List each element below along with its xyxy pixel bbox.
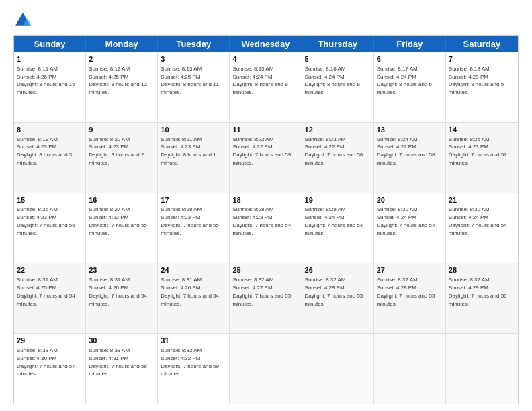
calendar-cell: 29Sunrise: 8:33 AMSunset: 4:30 PMDayligh… (14, 334, 86, 404)
calendar-cell: 7Sunrise: 8:18 AMSunset: 4:23 PMDaylight… (446, 52, 518, 122)
day-info: Sunrise: 8:32 AMSunset: 4:28 PMDaylight:… (305, 277, 363, 306)
header (13, 11, 519, 30)
day-number: 6 (377, 54, 443, 64)
logo-inner (13, 11, 35, 30)
header-day-monday: Monday (86, 36, 158, 52)
day-info: Sunrise: 8:29 AMSunset: 4:24 PMDaylight:… (305, 206, 363, 236)
calendar-cell: 5Sunrise: 8:16 AMSunset: 4:24 PMDaylight… (302, 52, 374, 122)
day-info: Sunrise: 8:28 AMSunset: 4:23 PMDaylight:… (161, 206, 219, 236)
calendar-cell: 2Sunrise: 8:12 AMSunset: 4:25 PMDaylight… (86, 52, 158, 122)
day-number: 18 (232, 195, 298, 205)
day-info: Sunrise: 8:21 AMSunset: 4:23 PMDaylight:… (161, 136, 216, 166)
calendar-cell: 8Sunrise: 8:19 AMSunset: 4:23 PMDaylight… (14, 123, 86, 193)
day-number: 21 (449, 195, 515, 205)
logo-icon (13, 11, 32, 30)
day-number: 17 (161, 195, 226, 205)
day-number: 30 (89, 336, 154, 346)
calendar-cell: 22Sunrise: 8:31 AMSunset: 4:25 PMDayligh… (14, 263, 86, 333)
calendar-cell: 3Sunrise: 8:13 AMSunset: 4:25 PMDaylight… (158, 52, 230, 122)
calendar-header: SundayMondayTuesdayWednesdayThursdayFrid… (14, 36, 518, 52)
day-number: 8 (17, 125, 83, 135)
day-info: Sunrise: 8:18 AMSunset: 4:23 PMDaylight:… (449, 66, 504, 95)
calendar-cell: 20Sunrise: 8:30 AMSunset: 4:24 PMDayligh… (374, 193, 446, 263)
day-info: Sunrise: 8:33 AMSunset: 4:30 PMDaylight:… (17, 347, 75, 377)
day-info: Sunrise: 8:15 AMSunset: 4:24 PMDaylight:… (232, 66, 287, 95)
day-number: 25 (232, 265, 298, 275)
day-info: Sunrise: 8:17 AMSunset: 4:24 PMDaylight:… (377, 66, 432, 95)
day-number: 4 (232, 54, 298, 64)
day-number: 26 (305, 265, 371, 275)
day-number: 27 (377, 265, 443, 275)
calendar-cell: 30Sunrise: 8:33 AMSunset: 4:31 PMDayligh… (86, 334, 158, 404)
day-number: 14 (449, 125, 515, 135)
calendar-cell: 25Sunrise: 8:32 AMSunset: 4:27 PMDayligh… (230, 263, 302, 333)
header-day-wednesday: Wednesday (230, 36, 302, 52)
day-info: Sunrise: 8:26 AMSunset: 4:23 PMDaylight:… (17, 206, 75, 236)
calendar-row-1: 1Sunrise: 8:11 AMSunset: 4:26 PMDaylight… (14, 52, 518, 123)
day-number: 20 (377, 195, 443, 205)
calendar-cell: 23Sunrise: 8:31 AMSunset: 4:26 PMDayligh… (86, 263, 158, 333)
calendar-cell (446, 334, 518, 404)
calendar-cell: 27Sunrise: 8:32 AMSunset: 4:28 PMDayligh… (374, 263, 446, 333)
calendar-cell: 9Sunrise: 8:20 AMSunset: 4:23 PMDaylight… (86, 123, 158, 193)
day-number: 11 (232, 125, 298, 135)
header-day-sunday: Sunday (14, 36, 86, 52)
calendar: SundayMondayTuesdayWednesdayThursdayFrid… (13, 35, 519, 404)
page: SundayMondayTuesdayWednesdayThursdayFrid… (0, 0, 532, 411)
day-info: Sunrise: 8:27 AMSunset: 4:23 PMDaylight:… (89, 206, 147, 236)
calendar-cell: 16Sunrise: 8:27 AMSunset: 4:23 PMDayligh… (86, 193, 158, 263)
logo (13, 11, 35, 30)
calendar-row-4: 22Sunrise: 8:31 AMSunset: 4:25 PMDayligh… (14, 263, 518, 334)
day-number: 1 (17, 54, 83, 64)
day-number: 24 (161, 265, 226, 275)
calendar-cell: 6Sunrise: 8:17 AMSunset: 4:24 PMDaylight… (374, 52, 446, 122)
calendar-row-2: 8Sunrise: 8:19 AMSunset: 4:23 PMDaylight… (14, 123, 518, 193)
day-number: 2 (89, 54, 154, 64)
calendar-cell: 1Sunrise: 8:11 AMSunset: 4:26 PMDaylight… (14, 52, 86, 122)
calendar-cell: 12Sunrise: 8:23 AMSunset: 4:22 PMDayligh… (302, 123, 374, 193)
header-day-friday: Friday (374, 36, 446, 52)
day-info: Sunrise: 8:31 AMSunset: 4:26 PMDaylight:… (161, 277, 219, 306)
day-number: 28 (449, 265, 515, 275)
calendar-cell: 31Sunrise: 8:33 AMSunset: 4:32 PMDayligh… (158, 334, 230, 404)
day-number: 7 (449, 54, 515, 64)
calendar-cell: 21Sunrise: 8:30 AMSunset: 4:24 PMDayligh… (446, 193, 518, 263)
calendar-cell: 18Sunrise: 8:28 AMSunset: 4:23 PMDayligh… (230, 193, 302, 263)
day-info: Sunrise: 8:33 AMSunset: 4:31 PMDaylight:… (89, 347, 147, 377)
day-info: Sunrise: 8:32 AMSunset: 4:28 PMDaylight:… (377, 277, 435, 306)
calendar-cell (230, 334, 302, 404)
day-number: 10 (161, 125, 226, 135)
day-number: 3 (161, 54, 226, 64)
day-number: 31 (161, 336, 226, 346)
header-day-tuesday: Tuesday (158, 36, 230, 52)
day-number: 23 (89, 265, 154, 275)
day-number: 12 (305, 125, 371, 135)
calendar-cell: 17Sunrise: 8:28 AMSunset: 4:23 PMDayligh… (158, 193, 230, 263)
day-number: 16 (89, 195, 154, 205)
calendar-cell (374, 334, 446, 404)
day-number: 13 (377, 125, 443, 135)
day-info: Sunrise: 8:30 AMSunset: 4:24 PMDaylight:… (449, 206, 507, 236)
calendar-cell: 14Sunrise: 8:25 AMSunset: 4:23 PMDayligh… (446, 123, 518, 193)
day-info: Sunrise: 8:19 AMSunset: 4:23 PMDaylight:… (17, 136, 72, 166)
day-info: Sunrise: 8:24 AMSunset: 4:22 PMDaylight:… (377, 136, 435, 166)
calendar-cell: 19Sunrise: 8:29 AMSunset: 4:24 PMDayligh… (302, 193, 374, 263)
day-info: Sunrise: 8:32 AMSunset: 4:27 PMDaylight:… (232, 277, 291, 306)
day-info: Sunrise: 8:32 AMSunset: 4:29 PMDaylight:… (449, 277, 507, 306)
day-info: Sunrise: 8:20 AMSunset: 4:23 PMDaylight:… (89, 136, 144, 166)
day-number: 29 (17, 336, 83, 346)
calendar-cell: 11Sunrise: 8:22 AMSunset: 4:22 PMDayligh… (230, 123, 302, 193)
header-day-thursday: Thursday (302, 36, 374, 52)
day-info: Sunrise: 8:12 AMSunset: 4:25 PMDaylight:… (89, 66, 147, 95)
day-info: Sunrise: 8:11 AMSunset: 4:26 PMDaylight:… (17, 66, 75, 95)
day-info: Sunrise: 8:28 AMSunset: 4:23 PMDaylight:… (232, 206, 291, 236)
day-info: Sunrise: 8:13 AMSunset: 4:25 PMDaylight:… (161, 66, 219, 95)
day-number: 19 (305, 195, 371, 205)
calendar-body: 1Sunrise: 8:11 AMSunset: 4:26 PMDaylight… (14, 52, 518, 404)
day-info: Sunrise: 8:31 AMSunset: 4:25 PMDaylight:… (17, 277, 75, 306)
calendar-cell (302, 334, 374, 404)
calendar-cell: 28Sunrise: 8:32 AMSunset: 4:29 PMDayligh… (446, 263, 518, 333)
day-info: Sunrise: 8:30 AMSunset: 4:24 PMDaylight:… (377, 206, 435, 236)
calendar-cell: 15Sunrise: 8:26 AMSunset: 4:23 PMDayligh… (14, 193, 86, 263)
header-day-saturday: Saturday (446, 36, 518, 52)
